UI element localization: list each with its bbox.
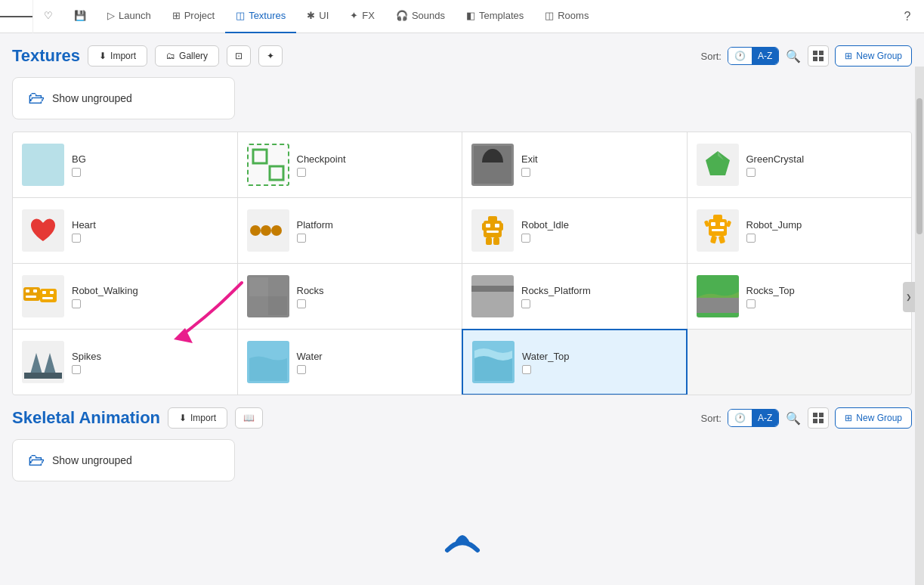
- scrollbar-track[interactable]: [915, 67, 924, 585]
- tab-textures[interactable]: ◫ Textures: [225, 0, 296, 33]
- skeletal-preview-area: [12, 494, 912, 554]
- texture-checkbox-water-top[interactable]: [522, 365, 531, 374]
- bg-thumbnail: [24, 146, 62, 184]
- texture-name-robot-walking: Robot_Walking: [72, 285, 138, 296]
- skeletal-view-toggle[interactable]: [808, 407, 829, 429]
- new-group-icon: ⊞: [845, 51, 852, 61]
- texture-checkbox-spikes[interactable]: [72, 365, 81, 374]
- view-toggle[interactable]: [808, 45, 829, 67]
- texture-checkbox-robot-walking[interactable]: [72, 299, 81, 308]
- gallery-button[interactable]: 🗂 Gallery: [155, 45, 219, 67]
- texture-checkbox-bg[interactable]: [72, 168, 81, 177]
- texture-checkbox-rocks-platform[interactable]: [521, 299, 530, 308]
- texture-checkbox-platform[interactable]: [297, 234, 306, 243]
- svg-rect-16: [486, 224, 490, 228]
- tab-launch[interactable]: ▷ Launch: [97, 0, 162, 33]
- texture-item-water[interactable]: Water: [238, 330, 462, 395]
- skeletal-search-button[interactable]: 🔍: [785, 407, 802, 429]
- texture-checkbox-water[interactable]: [297, 365, 306, 374]
- skeletal-grid-view-icon: [813, 413, 824, 423]
- sparkle-button[interactable]: ✦: [258, 45, 283, 67]
- svg-rect-25: [711, 222, 715, 226]
- svg-rect-18: [487, 231, 499, 233]
- texture-info-bg: BG: [72, 153, 86, 177]
- skeletal-sort-az-button[interactable]: A-Z: [752, 410, 778, 426]
- texture-checkbox-greencrystal[interactable]: [746, 168, 756, 177]
- new-group-button-skeletal[interactable]: ⊞ New Group: [835, 407, 912, 429]
- texture-thumb-spikes: [22, 341, 64, 383]
- texture-item-robot-walking[interactable]: Robot_Walking: [13, 264, 237, 329]
- import-button[interactable]: ⬇ Import: [88, 45, 147, 67]
- tab-favorites[interactable]: ♡: [33, 0, 63, 33]
- tab-project[interactable]: ⊞ Project: [162, 0, 225, 33]
- top-nav: ♡ 💾 ▷ Launch ⊞ Project ◫ Textures ✱ UI ✦…: [0, 0, 924, 33]
- texture-checkbox-checkpoint[interactable]: [297, 168, 306, 177]
- texture-name-exit: Exit: [521, 153, 538, 165]
- tab-ui[interactable]: ✱ UI: [296, 0, 339, 33]
- texture-item-exit[interactable]: Exit: [462, 132, 687, 197]
- skeletal-book-button[interactable]: 📖: [235, 407, 263, 429]
- svg-point-14: [271, 225, 282, 236]
- svg-rect-9: [482, 162, 503, 184]
- sparkle-icon: ✦: [267, 51, 274, 61]
- sort-az-button[interactable]: A-Z: [752, 48, 778, 64]
- texture-name-greencrystal: GreenCrystal: [746, 153, 805, 165]
- sounds-icon: 🎧: [396, 10, 408, 21]
- svg-rect-2: [813, 57, 817, 61]
- new-group-button-textures[interactable]: ⊞ New Group: [835, 45, 912, 67]
- texture-checkbox-rocks-top[interactable]: [746, 299, 756, 308]
- collapse-handle[interactable]: ❯: [903, 282, 915, 312]
- svg-rect-23: [488, 216, 497, 222]
- texture-name-rocks-platform: Rocks_Platform: [521, 285, 591, 296]
- texture-item-robot-jump[interactable]: Robot_Jump: [688, 198, 912, 263]
- skeletal-preview-icon: [425, 509, 500, 554]
- show-ungrouped-textures[interactable]: 🗁 Show ungrouped: [12, 77, 235, 119]
- texture-checkbox-exit[interactable]: [521, 168, 530, 177]
- texture-checkbox-rocks[interactable]: [297, 299, 306, 308]
- texture-checkbox-heart[interactable]: [72, 234, 81, 243]
- show-ungrouped-skeletal[interactable]: 🗁 Show ungrouped: [12, 439, 235, 481]
- hamburger-menu[interactable]: [0, 0, 33, 33]
- texture-item-greencrystal[interactable]: GreenCrystal: [688, 132, 912, 197]
- help-button[interactable]: ?: [891, 0, 924, 33]
- copy-button[interactable]: ⊡: [227, 45, 251, 67]
- texture-item-water-top[interactable]: Water_Top: [462, 329, 688, 395]
- svg-rect-21: [486, 237, 492, 245]
- texture-thumb-greencrystal: [697, 144, 739, 186]
- sort-time-button[interactable]: 🕐: [728, 48, 752, 64]
- tab-rooms[interactable]: ◫ Rooms: [534, 0, 599, 33]
- texture-item-platform[interactable]: Platform: [238, 198, 462, 263]
- texture-item-spikes[interactable]: Spikes: [13, 330, 237, 395]
- texture-name-water-top: Water_Top: [522, 351, 569, 362]
- texture-item-robot-idle[interactable]: Robot_Idle: [462, 198, 687, 263]
- rocks-top-thumbnail: [697, 280, 739, 313]
- sort-buttons: 🕐 A-Z: [728, 47, 779, 65]
- skeletal-new-group-icon: ⊞: [845, 413, 852, 423]
- texture-thumb-checkpoint: [247, 144, 289, 186]
- launch-icon: ▷: [107, 10, 115, 21]
- tab-save[interactable]: 💾: [63, 0, 97, 33]
- svg-rect-5: [253, 150, 267, 163]
- skeletal-sort-time-button[interactable]: 🕐: [728, 410, 752, 426]
- tab-templates[interactable]: ◧ Templates: [456, 0, 534, 33]
- texture-thumb-rocks: [247, 275, 289, 317]
- tab-fx[interactable]: ✦ FX: [339, 0, 385, 33]
- texture-item-bg[interactable]: BG: [13, 132, 237, 197]
- search-button[interactable]: 🔍: [785, 45, 802, 67]
- skeletal-import-button[interactable]: ⬇ Import: [168, 407, 227, 429]
- scrollbar-thumb[interactable]: [916, 98, 922, 234]
- texture-item-checkpoint[interactable]: Checkpoint: [238, 132, 462, 197]
- svg-rect-35: [33, 289, 37, 292]
- texture-checkbox-robot-jump[interactable]: [746, 234, 756, 243]
- clock-icon: 🕐: [734, 51, 746, 61]
- texture-thumb-heart: [22, 209, 64, 252]
- texture-item-rocks[interactable]: Rocks: [238, 264, 462, 329]
- svg-rect-22: [493, 237, 499, 245]
- svg-rect-31: [718, 235, 725, 243]
- texture-checkbox-robot-idle[interactable]: [521, 234, 530, 243]
- texture-item-rocks-platform[interactable]: Rocks_Platform: [462, 264, 687, 329]
- tab-sounds[interactable]: 🎧 Sounds: [385, 0, 456, 33]
- texture-item-rocks-top[interactable]: Rocks_Top: [688, 264, 912, 329]
- texture-item-heart[interactable]: Heart: [13, 198, 237, 263]
- texture-name-checkpoint: Checkpoint: [297, 153, 346, 165]
